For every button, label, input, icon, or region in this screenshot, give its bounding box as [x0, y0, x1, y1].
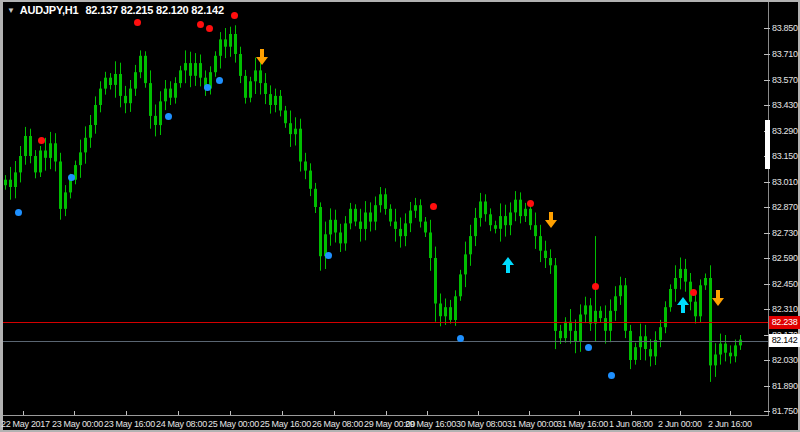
- price-tick: [764, 54, 770, 55]
- sell-signal-dot: [592, 283, 599, 290]
- price-tick: [764, 105, 770, 106]
- price-axis-label: 83.570: [772, 75, 800, 85]
- price-axis-label: 82.590: [772, 253, 800, 263]
- price-axis-label: 83.430: [772, 100, 800, 110]
- time-tick: [730, 411, 731, 415]
- price-axis-highlight-segment: [765, 120, 770, 169]
- time-tick: [23, 411, 24, 415]
- time-axis-label: 2 Jun 00:00: [658, 419, 702, 429]
- ohlc-values: 82.137 82.215 82.120 82.142: [85, 4, 223, 16]
- buy-signal-dot: [68, 174, 75, 181]
- time-tick: [74, 411, 75, 415]
- down-arrow-signal: [544, 211, 558, 228]
- buy-signal-dot: [165, 113, 172, 120]
- price-axis-line: [768, 2, 769, 416]
- down-arrow-signal: [255, 48, 269, 65]
- sell-signal-dot: [430, 203, 437, 210]
- price-axis-label: 81.890: [772, 381, 800, 391]
- price-tick: [764, 233, 770, 234]
- price-axis-label: 83.150: [772, 151, 800, 161]
- price-axis-label: 82.310: [772, 304, 800, 314]
- time-axis-label: 24 May 08:00: [156, 419, 207, 429]
- time-axis-label: 25 May 00:00: [208, 419, 259, 429]
- symbol-timeframe-label: AUDJPY,H1: [20, 4, 79, 16]
- time-tick: [579, 411, 580, 415]
- price-tick: [764, 411, 770, 412]
- price-tick: [764, 28, 770, 29]
- buy-signal-dot: [204, 84, 211, 91]
- time-axis-label: 1 Jun 08:00: [609, 419, 653, 429]
- time-tick: [126, 411, 127, 415]
- time-axis-label: 26 May 08:00: [312, 419, 363, 429]
- time-tick: [334, 411, 335, 415]
- buy-signal-dot: [325, 252, 332, 259]
- time-axis-label: 31 May 16:00: [557, 419, 608, 429]
- buy-signal-dot: [15, 209, 22, 216]
- time-axis-label: 30 May 08:00: [456, 419, 507, 429]
- price-tag-red-level: 82.238: [769, 316, 800, 329]
- time-axis-label: 25 May 16:00: [260, 419, 311, 429]
- sell-signal-dot: [197, 21, 204, 28]
- sell-signal-dot: [134, 19, 141, 26]
- time-tick: [230, 411, 231, 415]
- up-arrow-signal: [676, 297, 690, 314]
- price-tick: [764, 207, 770, 208]
- sell-signal-dot: [38, 137, 45, 144]
- time-tick: [478, 411, 479, 415]
- time-tick: [680, 411, 681, 415]
- sell-signal-dot: [231, 12, 238, 19]
- time-axis-label: 22 May 2017: [1, 419, 50, 429]
- price-axis-label: 82.030: [772, 355, 800, 365]
- time-axis-label: 29 May 16:00: [405, 419, 456, 429]
- time-axis-label: 23 May 00:00: [52, 419, 103, 429]
- down-arrow-signal: [711, 289, 725, 306]
- price-axis-label: 83.290: [772, 126, 800, 136]
- price-tick: [764, 309, 770, 310]
- price-axis-label: 82.730: [772, 228, 800, 238]
- price-tick: [764, 258, 770, 259]
- sell-signal-dot: [527, 200, 534, 207]
- time-tick: [386, 411, 387, 415]
- time-axis-label: 31 May 00:00: [507, 419, 558, 429]
- chart-canvas[interactable]: [3, 2, 798, 430]
- time-tick: [178, 411, 179, 415]
- time-axis-label: 2 Jun 16:00: [708, 419, 752, 429]
- price-axis-label: 82.870: [772, 202, 800, 212]
- time-tick: [529, 411, 530, 415]
- chart-title: ▼AUDJPY,H182.137 82.215 82.120 82.142: [7, 4, 224, 16]
- price-tick: [764, 284, 770, 285]
- price-tick: [764, 80, 770, 81]
- price-tick: [764, 360, 770, 361]
- buy-signal-dot: [608, 372, 615, 379]
- symbol-dropdown-icon[interactable]: ▼: [7, 6, 15, 15]
- price-tick: [764, 386, 770, 387]
- price-axis-label: 82.450: [772, 279, 800, 289]
- sell-signal-dot: [690, 289, 697, 296]
- time-tick: [282, 411, 283, 415]
- buy-signal-dot: [216, 77, 223, 84]
- time-tick: [427, 411, 428, 415]
- buy-signal-dot: [457, 335, 464, 342]
- time-tick: [631, 411, 632, 415]
- price-axis-label: 83.850: [772, 23, 800, 33]
- time-axis-line: [3, 415, 769, 416]
- mt4-chart-window: ▼AUDJPY,H182.137 82.215 82.120 82.142 83…: [0, 0, 800, 432]
- price-axis-label: 83.710: [772, 49, 800, 59]
- price-axis-label: 81.750: [772, 406, 800, 416]
- buy-signal-dot: [585, 344, 592, 351]
- sell-signal-dot: [206, 25, 213, 32]
- up-arrow-signal: [501, 257, 515, 274]
- price-tick: [764, 182, 770, 183]
- price-tag-current-bid: 82.142: [769, 334, 800, 347]
- price-axis-label: 83.010: [772, 177, 800, 187]
- time-axis-label: 23 May 16:00: [104, 419, 155, 429]
